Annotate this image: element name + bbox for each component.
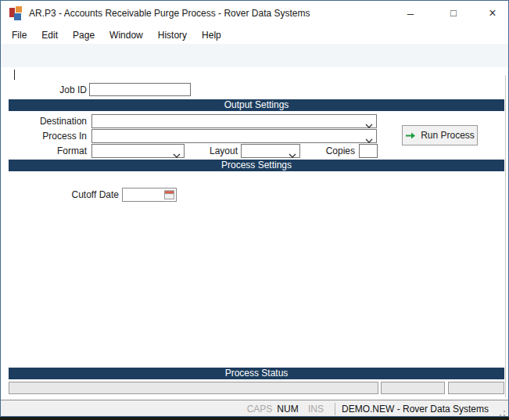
format-label: Format xyxy=(1,144,87,158)
form-area: Job ID Output Settings Destination Proce… xyxy=(1,67,508,400)
toolbar: ✂ ? × xyxy=(1,44,508,67)
window-title: AR.P3 - Accounts Receivable Purge Proces… xyxy=(29,1,310,26)
text-caret xyxy=(14,70,15,80)
menu-file[interactable]: File xyxy=(12,30,27,41)
app-logo-icon xyxy=(9,6,23,20)
destination-dropdown[interactable] xyxy=(91,114,377,128)
statusbar-divider xyxy=(335,403,335,415)
cutoff-date-label: Cutoff Date xyxy=(1,188,119,202)
maximize-button[interactable]: □ xyxy=(440,2,467,24)
destination-label: Destination xyxy=(1,114,87,128)
run-process-label: Run Process xyxy=(421,130,475,141)
num-lock-indicator: NUM xyxy=(274,404,302,415)
job-id-label: Job ID xyxy=(1,83,87,97)
menu-window[interactable]: Window xyxy=(109,30,143,41)
status-count-field xyxy=(381,382,445,394)
copies-input[interactable] xyxy=(359,144,378,158)
calendar-icon[interactable] xyxy=(164,190,174,202)
status-bar: CAPS NUM INS DEMO.NEW - Rover Data Syste… xyxy=(1,400,508,417)
menu-bar: File Edit Page Window History Help xyxy=(1,26,508,44)
status-time-field xyxy=(448,382,504,394)
menu-history[interactable]: History xyxy=(158,30,187,41)
minimize-button[interactable]: – xyxy=(397,2,424,24)
session-label: DEMO.NEW - Rover Data Systems xyxy=(342,404,489,415)
cutoff-date-input[interactable] xyxy=(122,188,177,202)
insert-mode-indicator: INS xyxy=(302,404,330,415)
process-in-label: Process In xyxy=(1,129,87,143)
caps-lock-indicator: CAPS xyxy=(246,404,274,415)
menu-edit[interactable]: Edit xyxy=(41,30,58,41)
resize-grip[interactable] xyxy=(496,408,506,417)
process-in-dropdown[interactable] xyxy=(91,129,377,143)
run-process-button[interactable]: Run Process xyxy=(402,125,478,145)
status-message-field xyxy=(9,382,378,394)
job-id-input[interactable] xyxy=(89,83,191,96)
app-window: AR.P3 - Accounts Receivable Purge Proces… xyxy=(0,0,509,417)
menu-help[interactable]: Help xyxy=(202,30,221,41)
layout-label: Layout xyxy=(157,144,238,158)
output-settings-header: Output Settings xyxy=(9,99,504,111)
run-arrow-icon xyxy=(405,131,416,140)
copies-label: Copies xyxy=(274,144,355,158)
process-settings-header: Process Settings xyxy=(9,160,504,171)
close-button[interactable]: × xyxy=(479,2,506,24)
title-bar: AR.P3 - Accounts Receivable Purge Proces… xyxy=(1,1,508,26)
scroll-track-line xyxy=(505,75,506,397)
menu-page[interactable]: Page xyxy=(73,30,95,41)
process-status-header: Process Status xyxy=(9,368,504,379)
